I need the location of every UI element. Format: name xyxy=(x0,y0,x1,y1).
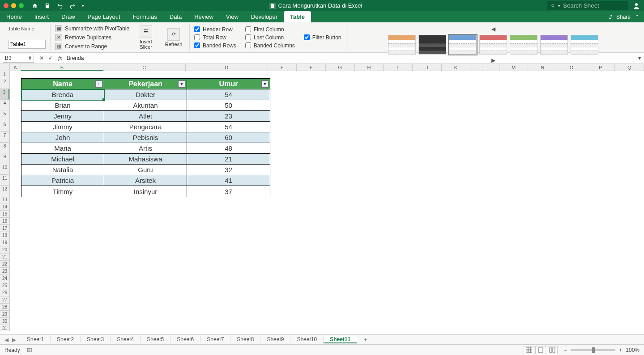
page-break-view-button[interactable] xyxy=(547,346,558,354)
table-style-swatch[interactable] xyxy=(479,35,507,55)
row-header[interactable]: 31 xyxy=(0,325,9,331)
column-header[interactable]: N xyxy=(528,64,557,71)
column-header[interactable]: F xyxy=(297,64,326,71)
sheet-nav-prev-icon[interactable]: ◀ xyxy=(4,337,9,343)
close-window-button[interactable] xyxy=(4,3,9,8)
row-header[interactable]: 25 xyxy=(0,282,9,289)
table-style-swatch[interactable] xyxy=(418,35,446,55)
table-cell[interactable]: Pebisnis xyxy=(104,132,187,143)
row-header[interactable]: 28 xyxy=(0,304,9,311)
column-header[interactable]: B xyxy=(21,64,103,71)
filter-dropdown-button[interactable]: ▼ xyxy=(261,80,269,88)
table-cell[interactable]: 48 xyxy=(187,143,270,154)
sheet-tab[interactable]: Sheet1 xyxy=(21,336,51,342)
menu-tab-developer[interactable]: Developer xyxy=(245,11,284,22)
table-cell[interactable]: Jenny xyxy=(21,111,104,122)
menu-tab-insert[interactable]: Insert xyxy=(28,11,55,22)
row-header[interactable]: 6 xyxy=(0,121,9,132)
select-all-corner[interactable] xyxy=(0,64,10,71)
row-header[interactable]: 22 xyxy=(0,261,9,268)
table-cell[interactable]: Maria xyxy=(21,143,104,154)
sheet-tab[interactable]: Sheet4 xyxy=(111,336,141,342)
confirm-formula-icon[interactable]: ✓ xyxy=(48,55,53,61)
table-header-cell[interactable]: Umur▼ xyxy=(187,79,270,89)
row-header[interactable]: 2 xyxy=(0,78,9,89)
row-header[interactable]: 11 xyxy=(0,175,9,186)
last-column-checkbox[interactable]: Last Column xyxy=(245,34,295,41)
page-layout-view-button[interactable] xyxy=(535,346,546,354)
zoom-out-button[interactable]: − xyxy=(564,347,567,353)
row-header[interactable]: 13 xyxy=(0,196,9,203)
styles-prev-icon[interactable]: ◀ xyxy=(491,26,495,32)
filter-dropdown-button[interactable]: ▼ xyxy=(178,80,185,88)
table-style-swatch[interactable] xyxy=(571,35,598,55)
normal-view-button[interactable] xyxy=(524,346,534,354)
menu-tab-table[interactable]: Table xyxy=(284,11,311,22)
fx-icon[interactable]: fx xyxy=(55,55,65,62)
column-header[interactable]: Q xyxy=(615,64,644,71)
sheet-tab[interactable]: Sheet6 xyxy=(171,336,200,342)
table-cell[interactable]: 32 xyxy=(187,165,270,175)
row-header[interactable]: 30 xyxy=(0,318,9,325)
minimize-window-button[interactable] xyxy=(11,3,16,8)
table-cell[interactable]: 21 xyxy=(187,154,270,165)
column-header[interactable]: D xyxy=(186,64,268,71)
column-header[interactable]: L xyxy=(470,64,499,71)
row-header[interactable]: 27 xyxy=(0,296,9,304)
table-cell[interactable]: 60 xyxy=(187,132,270,143)
menu-tab-view[interactable]: View xyxy=(220,11,245,22)
redo-icon[interactable] xyxy=(69,3,76,9)
row-header[interactable]: 12 xyxy=(0,186,9,196)
sheet-nav-next-icon[interactable]: ▶ xyxy=(12,337,16,343)
table-cell[interactable]: 50 xyxy=(187,100,270,111)
column-header[interactable]: E xyxy=(268,64,297,71)
row-header[interactable]: 4 xyxy=(0,100,9,110)
table-cell[interactable]: Pengacara xyxy=(104,122,187,132)
home-icon[interactable] xyxy=(32,3,38,9)
table-style-swatch[interactable] xyxy=(510,35,537,55)
sheet-tab[interactable]: Sheet9 xyxy=(260,336,290,342)
remove-duplicates-button[interactable]: ✕Remove Duplicates xyxy=(55,34,129,42)
name-box[interactable]: B3 ▲▼ xyxy=(3,54,34,63)
table-cell[interactable]: 23 xyxy=(187,111,270,122)
spreadsheet-grid[interactable]: ABCDEFGHIJKLMNOPQ 1234567891011121314151… xyxy=(0,64,644,331)
table-cell[interactable]: 41 xyxy=(187,175,270,186)
row-header[interactable]: 24 xyxy=(0,275,9,282)
table-cell[interactable]: Insinyur xyxy=(104,186,187,197)
zoom-slider[interactable] xyxy=(571,349,615,351)
refresh-button[interactable]: ⟳ Refresh xyxy=(162,28,185,47)
table-cell[interactable]: Arsitek xyxy=(104,175,187,186)
column-header[interactable]: M xyxy=(499,64,529,71)
table-cell[interactable]: Brian xyxy=(21,100,104,111)
table-style-swatch[interactable] xyxy=(388,35,416,55)
sheet-tab[interactable]: Sheet10 xyxy=(290,336,324,342)
banded-columns-checkbox[interactable]: Banded Columns xyxy=(245,42,295,49)
table-cell[interactable]: Mahasiswa xyxy=(104,154,187,165)
row-header[interactable]: 5 xyxy=(0,110,9,121)
table-cell[interactable]: Brenda xyxy=(21,89,104,100)
banded-rows-checkbox[interactable]: Banded Rows xyxy=(194,42,236,49)
row-header[interactable]: 1 xyxy=(0,71,9,78)
first-column-checkbox[interactable]: First Column xyxy=(245,26,295,33)
table-cell[interactable]: John xyxy=(21,132,104,143)
macro-record-icon[interactable] xyxy=(26,347,33,353)
share-button[interactable]: Share xyxy=(608,14,631,20)
table-cell[interactable]: 54 xyxy=(187,122,270,132)
row-header[interactable]: 17 xyxy=(0,225,9,232)
table-cell[interactable]: Timmy xyxy=(21,186,104,197)
column-header[interactable]: K xyxy=(442,64,471,71)
row-header[interactable]: 29 xyxy=(0,311,9,318)
ribbon-collapse-icon[interactable]: ⌃ xyxy=(635,14,640,20)
row-header[interactable]: 9 xyxy=(0,153,9,164)
table-header-cell[interactable]: Nama↑ xyxy=(21,79,104,89)
row-header[interactable]: 3 xyxy=(0,89,9,100)
search-input[interactable] xyxy=(563,2,624,9)
menu-tab-page-layout[interactable]: Page Layout xyxy=(81,11,127,22)
save-icon[interactable] xyxy=(44,3,51,9)
table-cell[interactable]: Artis xyxy=(104,143,187,154)
cells-area[interactable]: Nama↑Pekerjaan▼Umur▼BrendaDokter54BrianA… xyxy=(10,71,644,331)
formula-input[interactable]: Brenda xyxy=(65,55,635,61)
filter-button-checkbox[interactable]: Filter Button xyxy=(304,34,341,41)
row-header[interactable]: 21 xyxy=(0,254,9,261)
column-header[interactable]: O xyxy=(557,64,586,71)
